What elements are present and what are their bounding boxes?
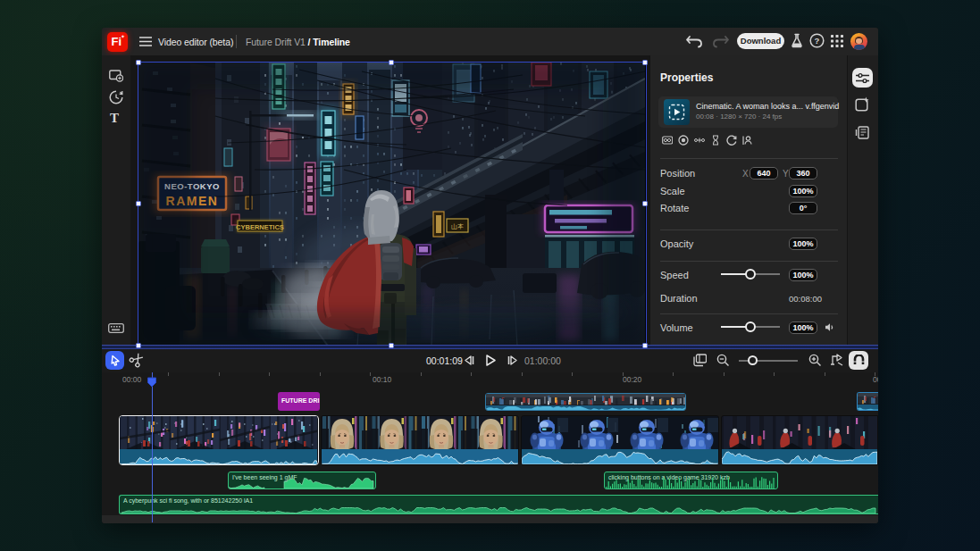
svg-text:?: ? xyxy=(815,36,820,46)
